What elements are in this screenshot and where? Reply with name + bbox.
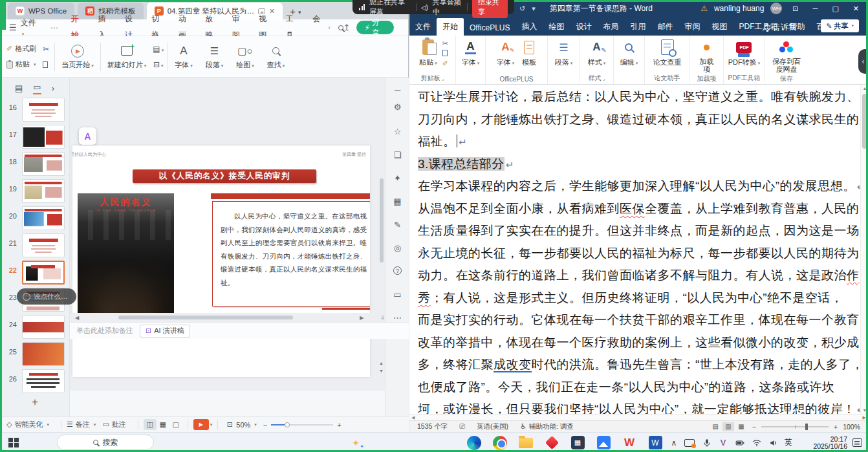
scroll-right-arrow[interactable]: ▶ [360, 315, 363, 321]
slide-thumb-preview[interactable] [22, 98, 65, 122]
addins-button[interactable]: 加载项 [695, 38, 719, 74]
scroll-right-arrow[interactable]: ▶ [863, 415, 866, 420]
taskbar-app-mountain[interactable] [594, 433, 613, 452]
hamburger-menu-icon[interactable]: ☰ [9, 23, 17, 32]
outline-view-icon[interactable]: ▤ [15, 83, 23, 93]
slide-thumb-preview[interactable] [22, 125, 65, 149]
read-mode-icon[interactable]: ▤ [710, 422, 721, 431]
document-line-7[interactable]: 生活质量得到了实实在在的提升。但这并非终点，而是新的起点，因为这是一场 [418, 220, 856, 242]
ai-speech-button[interactable]: ⊡ AI 演讲稿 [140, 325, 190, 338]
paper-check-button[interactable]: 论文查重 [651, 38, 684, 69]
taskbar-app-diamond[interactable] [542, 433, 561, 452]
section-button[interactable]: ⊟▾ [153, 60, 164, 69]
menu-overflow-icon[interactable]: › [328, 24, 330, 31]
material-search-icon[interactable]: ◎ [385, 243, 409, 253]
zoom-level[interactable]: 100% [843, 423, 860, 431]
tray-speaker-icon[interactable] [766, 433, 781, 452]
cut-icon[interactable]: ✂ [442, 40, 448, 47]
document-line-13[interactable]: 多，终将汇聚成改变时代的洪流。鲁迅先生曾言：“世上本没有路，走的人多了， [418, 354, 856, 376]
word-vertical-scrollbar[interactable]: ▲ ▼ [860, 85, 868, 414]
document-line-15[interactable]: 坷，或许漫长，但只要我们坚持“以人民为中心”，就一定能够抵达理想的彼岸！↵ [418, 398, 856, 414]
slide-thumbnail-22[interactable]: 22 [0, 260, 70, 286]
file-menu[interactable]: 文件▾ [21, 17, 39, 38]
slide-thumbnail-24[interactable]: 24 [0, 314, 70, 340]
slide-22[interactable]: 坚持以人民为中心 第四章 坚持 以《人民的名义》接受人民的审判 人民的名义 IN… [72, 145, 370, 377]
paste-button[interactable]: 粘贴▾ [417, 38, 440, 69]
collapsed-panel-chevron[interactable]: ‹ [858, 49, 868, 74]
styles-group-button[interactable]: A 样式▾ [585, 38, 609, 69]
scroll-down-arrow[interactable]: ▼ [861, 408, 868, 413]
officeplus-font-button[interactable]: A 字体▾ [494, 38, 517, 69]
save-icon[interactable]: ↺ [519, 5, 525, 13]
zoom-in-button[interactable]: + [337, 421, 341, 429]
word-tab-10[interactable]: 视图 [706, 18, 733, 36]
notes-toggle-button[interactable]: ☰ 备注▾ [67, 420, 96, 429]
smart-beautify-button[interactable]: ◇ 智能美化▾ [6, 420, 49, 429]
normal-view-icon[interactable]: ◫ [144, 419, 157, 430]
more-menu-icon[interactable]: ⋯ [50, 23, 58, 32]
zoom-out-button[interactable]: − [263, 421, 267, 429]
notes-bar[interactable]: 单击此处添加备注 ⊡ AI 演讲稿 [70, 322, 409, 339]
notification-center-icon[interactable] [850, 433, 864, 452]
slide-thumbnail-20[interactable]: 20 [0, 206, 70, 231]
taskbar-clock[interactable]: 20:17 2025/10/16 [801, 433, 847, 452]
slide-title-banner[interactable]: 以《人民的名义》接受人民的审判 [133, 169, 316, 183]
web-layout-icon[interactable]: ▦ [735, 422, 747, 431]
accessibility-status[interactable]: 辅助功能: 调查 [529, 422, 574, 431]
paragraph-group-button[interactable]: ☰ 段落▾ [552, 38, 576, 69]
floating-app-logo[interactable]: A [79, 127, 96, 145]
copilot-sparkle-icon[interactable]: ✦ [347, 433, 365, 452]
play-from-current-button[interactable]: ▶ 当页开始▾ [55, 44, 100, 70]
reading-view-icon[interactable]: ▢ [169, 419, 182, 430]
scroll-up-arrow[interactable]: ▲ [861, 86, 868, 91]
word-tab-2[interactable]: OfficePLUS [464, 20, 515, 36]
start-button[interactable] [4, 433, 23, 452]
comments-button[interactable]: ▭ 批注 [102, 420, 125, 429]
document-text[interactable]: 可让学生展开讨论，最后总结：以人民为中心，坚守道义之重。唯有铁腕发力、刀刃向内，… [418, 86, 856, 414]
taskbar-word[interactable]: W [646, 433, 665, 452]
document-line-14[interactable]: 也便成了路”。今天，我们正在走一条“以人民为中心”的道路，这条路或许坎 [418, 376, 856, 399]
slide-thumbnail-21[interactable]: 21 [0, 233, 70, 259]
slide-sorter-icon[interactable]: ▦ [157, 419, 169, 430]
notes-placeholder[interactable]: 单击此处添加备注 [76, 326, 133, 336]
document-line-3[interactable]: 福祉。↵ [418, 131, 856, 153]
slide-thumb-preview[interactable] [22, 342, 65, 366]
paste-button[interactable]: 粘贴▾ [6, 59, 36, 69]
fit-page-icon[interactable]: ⇩ [380, 315, 385, 321]
font-panel-button[interactable]: A 字体▾ [168, 44, 199, 70]
hidden-icons-chevron[interactable]: ∧ [667, 433, 680, 452]
document-line-11[interactable]: 而是实打实的行动。它体现在每一个扶贫干部的艰辛工作里，体现在每一个教育 [418, 309, 856, 332]
movie-poster-image[interactable]: 人民的名义 IN THE NAME OF PEOPLE [78, 193, 174, 327]
input-language-indicator[interactable]: 英 [781, 433, 796, 452]
paragraph-panel-button[interactable]: ☰ 段落▾ [199, 44, 230, 70]
document-line-6[interactable]: 从温饱不足到全面小康，从看病难到医保全覆盖，从上学难到教育普惠，人民的 [418, 198, 856, 221]
zoom-in-button[interactable]: + [834, 423, 838, 431]
fit-slide-icon[interactable]: ⊡ [223, 419, 236, 430]
tray-battery-icon[interactable] [732, 433, 748, 452]
taskbar-wps[interactable]: W [620, 433, 639, 452]
slides-resource-icon[interactable]: ❏ [385, 150, 409, 160]
format-painter-icon[interactable]: ✐ [442, 60, 448, 67]
language-indicator[interactable]: 英语(美国) [477, 422, 508, 431]
slide-thumbnail-26[interactable]: 26 [0, 369, 70, 394]
search-icon[interactable] [338, 23, 343, 32]
wps-zoom-level[interactable]: 50%▾ [236, 421, 257, 429]
repeat-icon[interactable]: ▾ [532, 5, 536, 13]
zoom-slider[interactable] [271, 424, 333, 425]
prev-slide-arrow[interactable]: ▲ [379, 361, 384, 365]
next-slide-arrow[interactable]: ▼ [379, 369, 384, 373]
slide-text-box[interactable]: 以人民为中心，坚守道义之重。在这部电视剧中，我们深刻体会到人民即道义的真谛，感受… [212, 201, 370, 307]
word-tab-7[interactable]: 引用 [624, 18, 651, 36]
taskbar-file-explorer[interactable] [516, 433, 536, 452]
expand-panel-icon[interactable]: › [52, 83, 54, 93]
tell-me-button[interactable]: 告诉我 [759, 19, 801, 36]
slide-thumb-preview[interactable] [22, 206, 65, 230]
theme-icon[interactable]: ▦ [385, 197, 409, 206]
word-tab-3[interactable]: 插入 [515, 18, 543, 36]
slide-thumbnail-18[interactable]: 18 [0, 151, 70, 177]
cut-button[interactable]: ✂ [43, 45, 49, 54]
clipboard-dialog-launcher[interactable]: ⌟ [442, 76, 444, 81]
draw-panel-button[interactable]: ▢○ 绘图▾ [230, 44, 261, 70]
taskbar-search[interactable]: 搜索 [57, 435, 154, 450]
copy-button[interactable] [43, 61, 49, 68]
